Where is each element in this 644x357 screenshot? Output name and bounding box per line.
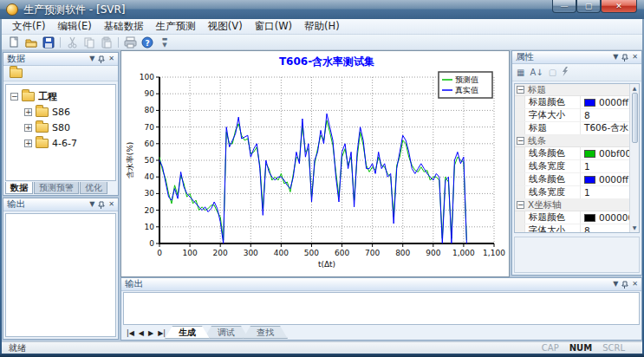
- new-project-button[interactable]: [7, 66, 24, 81]
- tree-node[interactable]: + S86: [6, 104, 115, 120]
- svg-text:10: 10: [145, 223, 155, 231]
- new-button[interactable]: [5, 35, 23, 49]
- pin-icon[interactable]: [621, 281, 628, 289]
- categorized-view-icon[interactable]: ▦: [517, 68, 524, 77]
- tab-forecast-warning[interactable]: 预测预警: [34, 182, 79, 194]
- alphabetical-sort-icon[interactable]: A↓: [530, 68, 543, 77]
- close-button[interactable]: ✕: [601, 0, 637, 13]
- first-tab-icon[interactable]: |◀: [127, 329, 134, 337]
- pin-icon[interactable]: [98, 201, 105, 209]
- bottom-output-panel: 输出 ▼ ✕ |◀ ◀ ▶ ▶| 生成 调试 查找: [120, 277, 642, 341]
- bottom-output-tabstrip: |◀ ◀ ▶ ▶| 生成 调试 查找: [123, 326, 640, 339]
- svg-text:含水率(%): 含水率(%): [126, 142, 134, 179]
- close-icon[interactable]: ✕: [108, 55, 114, 62]
- caps-lock-indicator: CAP: [542, 343, 559, 353]
- left-dock-tabs: 数据 预测预警 优化: [5, 182, 108, 194]
- close-icon[interactable]: ✕: [632, 54, 638, 61]
- expand-icon[interactable]: +: [24, 140, 32, 147]
- project-tree: − 工程 + S86 + S80 + 4-6-7: [5, 84, 116, 181]
- color-swatch: [584, 214, 595, 222]
- property-pages-icon[interactable]: ▢: [549, 68, 556, 77]
- left-output-panel-title: 输出: [7, 198, 25, 211]
- folder-icon: [36, 123, 49, 133]
- svg-text:500: 500: [304, 249, 319, 257]
- expand-icon[interactable]: +: [24, 124, 32, 132]
- chevron-down-icon[interactable]: ▼: [613, 54, 618, 61]
- help-button[interactable]: ?: [139, 35, 156, 49]
- last-tab-icon[interactable]: ▶|: [158, 329, 166, 337]
- left-output-body: [5, 213, 116, 337]
- open-button[interactable]: [23, 35, 40, 49]
- toolbar-separator: [118, 37, 119, 48]
- menu-view[interactable]: 视图(V): [202, 19, 249, 34]
- next-tab-icon[interactable]: ▶: [148, 329, 153, 337]
- property-row[interactable]: 标题T606-含水...: [515, 122, 629, 135]
- help-icon: ?: [141, 36, 153, 49]
- tree-node[interactable]: + S80: [6, 120, 115, 135]
- svg-text:30: 30: [145, 189, 155, 198]
- property-category[interactable]: −线条: [515, 135, 629, 147]
- property-row[interactable]: 线条颜色00bf00: [515, 147, 629, 160]
- data-panel-title: 数据: [7, 53, 25, 65]
- tab-find[interactable]: 查找: [243, 326, 288, 339]
- events-icon[interactable]: [562, 67, 569, 78]
- svg-text:100: 100: [140, 73, 154, 81]
- property-row[interactable]: 字体大小8: [515, 109, 629, 122]
- expand-icon[interactable]: +: [24, 108, 32, 116]
- chevron-down-icon[interactable]: ▼: [89, 55, 94, 62]
- tab-debug[interactable]: 调试: [204, 326, 249, 339]
- menu-file[interactable]: 文件(F): [6, 19, 52, 34]
- svg-text:1,000: 1,000: [452, 249, 475, 257]
- menu-production-forecast[interactable]: 生产预测: [150, 19, 202, 34]
- tab-optimize[interactable]: 优化: [80, 182, 107, 194]
- save-button[interactable]: [40, 35, 57, 49]
- menu-window[interactable]: 窗口(W): [249, 19, 298, 34]
- collapse-icon[interactable]: −: [517, 137, 524, 145]
- tab-data[interactable]: 数据: [5, 182, 33, 194]
- menu-basic-data[interactable]: 基础数据: [98, 19, 150, 34]
- window-title: 生产预测软件 - [SVR]: [23, 3, 126, 17]
- collapse-icon[interactable]: −: [517, 201, 524, 209]
- scroll-up-icon[interactable]: ▲: [633, 84, 637, 93]
- chevron-down-icon[interactable]: ▼: [613, 281, 618, 288]
- tree-node[interactable]: + 4-6-7: [6, 135, 115, 151]
- svg-text:50: 50: [145, 156, 155, 165]
- chevron-down-icon: ▬▼: [162, 36, 168, 49]
- toolbar-overflow-button[interactable]: ▬▼: [156, 35, 173, 49]
- print-button[interactable]: [121, 35, 139, 49]
- tab-generate[interactable]: 生成: [165, 326, 210, 339]
- property-row[interactable]: 标题颜色0000ff: [515, 96, 629, 109]
- property-row[interactable]: 标题颜色000000: [515, 211, 629, 224]
- svg-text:20: 20: [145, 206, 155, 215]
- property-row[interactable]: 字体大小8: [515, 224, 629, 232]
- cut-button[interactable]: [63, 35, 81, 49]
- property-category[interactable]: −X坐标轴: [515, 199, 629, 211]
- property-row[interactable]: 线条宽度1: [515, 160, 629, 173]
- svg-text:1,100: 1,100: [483, 249, 505, 257]
- pin-icon[interactable]: [98, 55, 105, 63]
- prev-tab-icon[interactable]: ◀: [139, 329, 144, 337]
- tree-node-root[interactable]: − 工程: [6, 88, 115, 104]
- copy-button[interactable]: [81, 35, 98, 49]
- close-icon[interactable]: ✕: [108, 201, 114, 208]
- property-row[interactable]: 线条颜色0000ff: [515, 173, 629, 186]
- collapse-icon[interactable]: −: [10, 93, 18, 101]
- scroll-down-icon[interactable]: ▼: [633, 224, 637, 232]
- menu-help[interactable]: 帮助(H): [298, 19, 346, 34]
- pin-icon[interactable]: [621, 54, 628, 62]
- scrollbar-thumb[interactable]: [632, 93, 638, 143]
- property-category[interactable]: −标题: [515, 84, 629, 96]
- collapse-icon[interactable]: −: [517, 86, 524, 94]
- tree-node-label: 4-6-7: [52, 138, 77, 149]
- menu-edit[interactable]: 编辑(E): [52, 19, 98, 34]
- chevron-down-icon[interactable]: ▼: [89, 201, 94, 208]
- num-lock-indicator: NUM: [569, 343, 592, 353]
- bottom-output-panel-header: 输出 ▼ ✕: [121, 278, 641, 291]
- paste-button[interactable]: [98, 35, 115, 49]
- maximize-button[interactable]: ▢: [576, 0, 601, 13]
- svg-text:900: 900: [426, 249, 440, 257]
- minimize-button[interactable]: —: [552, 0, 576, 13]
- close-icon[interactable]: ✕: [632, 281, 638, 288]
- property-row[interactable]: 线条宽度1: [515, 186, 629, 199]
- scrollbar[interactable]: ▲ ▼: [629, 84, 639, 232]
